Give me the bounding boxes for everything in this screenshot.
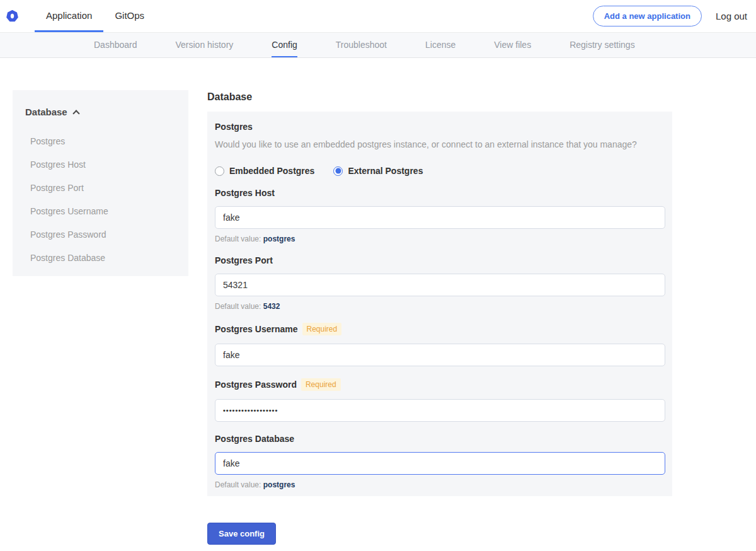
sidebar-item-postgres-password[interactable]: Postgres Password — [30, 223, 176, 246]
field-label: Postgres Database — [215, 434, 294, 444]
tab-dashboard[interactable]: Dashboard — [94, 33, 137, 57]
header-actions: Add a new application Log out — [593, 0, 756, 32]
save-config-button[interactable]: Save config — [207, 523, 276, 545]
tab-view-files[interactable]: View files — [494, 33, 531, 57]
config-sidebar: Database Postgres Postgres Host Postgres… — [13, 90, 188, 276]
primary-tabs: Application GitOps — [35, 0, 156, 32]
tab-gitops[interactable]: GitOps — [103, 0, 156, 32]
field-label: Postgres Username — [215, 324, 298, 334]
tab-application[interactable]: Application — [35, 0, 103, 32]
app-subnav: Dashboard Version history Config Trouble… — [0, 32, 756, 58]
radio-checked-icon — [333, 166, 343, 176]
radio-external-postgres[interactable]: External Postgres — [333, 166, 423, 176]
postgres-password-input[interactable] — [215, 399, 665, 422]
field-label: Postgres Port — [215, 255, 273, 265]
postgres-port-input[interactable] — [215, 274, 665, 296]
tab-license[interactable]: License — [425, 33, 455, 57]
tab-registry-settings[interactable]: Registry settings — [570, 33, 634, 57]
config-page: Database Postgres Postgres Host Postgres… — [0, 90, 756, 545]
postgres-username-input[interactable] — [215, 344, 665, 366]
field-postgres-host: Postgres Host Default value: postgres — [215, 188, 665, 243]
section-title: Database — [207, 91, 672, 103]
field-postgres-port: Postgres Port Default value: 5432 — [215, 255, 665, 311]
sidebar-item-postgres-username[interactable]: Postgres Username — [30, 200, 176, 223]
group-help-text: Would you like to use an embedded postgr… — [215, 139, 665, 149]
add-new-application-button[interactable]: Add a new application — [593, 6, 702, 26]
radio-unchecked-icon — [215, 166, 224, 176]
tab-config[interactable]: Config — [272, 33, 297, 57]
field-label: Postgres Host — [215, 188, 275, 198]
default-value-hint: Default value: postgres — [215, 480, 665, 489]
sidebar-group-database[interactable]: Database — [25, 107, 176, 117]
field-postgres-username: Postgres Username Required — [215, 323, 665, 366]
default-value-hint: Default value: postgres — [215, 235, 665, 243]
logout-link[interactable]: Log out — [716, 11, 747, 21]
default-value-hint: Default value: 5432 — [215, 302, 665, 311]
radio-embedded-postgres[interactable]: Embedded Postgres — [215, 166, 314, 176]
sidebar-item-list: Postgres Postgres Host Postgres Port Pos… — [25, 130, 176, 270]
group-label-postgres: Postgres — [215, 122, 665, 132]
required-badge: Required — [302, 323, 342, 335]
sidebar-item-postgres-database[interactable]: Postgres Database — [30, 246, 176, 270]
top-nav: Application GitOps Add a new application… — [0, 0, 756, 32]
sidebar-item-postgres[interactable]: Postgres — [30, 130, 176, 153]
sidebar-item-postgres-port[interactable]: Postgres Port — [30, 177, 176, 200]
chevron-up-icon — [72, 110, 79, 117]
postgres-host-input[interactable] — [215, 206, 665, 229]
header-spacer — [156, 0, 593, 32]
app-logo[interactable] — [0, 0, 35, 32]
tab-troubleshoot[interactable]: Troubleshoot — [336, 33, 387, 57]
field-label: Postgres Password — [215, 380, 297, 390]
config-group-card: Postgres Would you like to use an embedd… — [207, 112, 672, 496]
required-badge: Required — [301, 378, 341, 391]
config-main: Database Postgres Would you like to use … — [207, 90, 672, 545]
kots-logo-icon — [6, 10, 18, 22]
sidebar-group-label: Database — [25, 107, 67, 117]
field-postgres-database: Postgres Database Default value: postgre… — [215, 434, 665, 489]
field-postgres-password: Postgres Password Required — [215, 378, 665, 422]
sidebar-item-postgres-host[interactable]: Postgres Host — [30, 153, 176, 177]
tab-version-history[interactable]: Version history — [176, 33, 234, 57]
postgres-mode-radio-group: Embedded Postgres External Postgres — [215, 166, 665, 176]
postgres-database-input[interactable] — [215, 452, 665, 475]
